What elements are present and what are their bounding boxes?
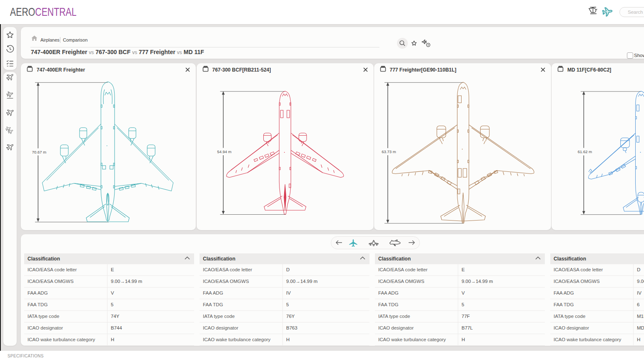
svg-text:54.94 m: 54.94 m xyxy=(217,149,231,154)
svg-text:63.73 m: 63.73 m xyxy=(382,149,396,154)
svg-text:61.62 m: 61.62 m xyxy=(578,149,592,154)
svg-text:70.67 m: 70.67 m xyxy=(32,150,46,154)
